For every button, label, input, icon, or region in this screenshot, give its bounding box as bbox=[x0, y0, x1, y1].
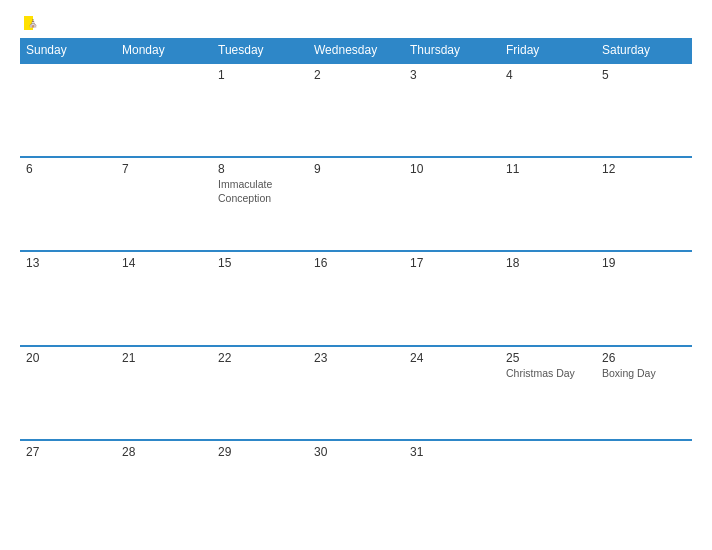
day-number: 11 bbox=[506, 162, 590, 176]
day-number: 10 bbox=[410, 162, 494, 176]
calendar-week-row: 13141516171819 bbox=[20, 251, 692, 345]
day-number: 4 bbox=[506, 68, 590, 82]
calendar-week-row: 2728293031 bbox=[20, 440, 692, 534]
day-of-week-header: Monday bbox=[116, 38, 212, 63]
day-number: 29 bbox=[218, 445, 302, 459]
calendar-cell: 5 bbox=[596, 63, 692, 157]
calendar-cell: 26Boxing Day bbox=[596, 346, 692, 440]
day-number: 23 bbox=[314, 351, 398, 365]
calendar-cell bbox=[20, 63, 116, 157]
calendar-header-row: SundayMondayTuesdayWednesdayThursdayFrid… bbox=[20, 38, 692, 63]
calendar-cell: 1 bbox=[212, 63, 308, 157]
calendar-cell: 6 bbox=[20, 157, 116, 251]
calendar-cell: 25Christmas Day bbox=[500, 346, 596, 440]
day-number: 21 bbox=[122, 351, 206, 365]
day-of-week-header: Friday bbox=[500, 38, 596, 63]
day-number: 3 bbox=[410, 68, 494, 82]
day-of-week-header: Sunday bbox=[20, 38, 116, 63]
day-of-week-header: Wednesday bbox=[308, 38, 404, 63]
calendar-cell: 21 bbox=[116, 346, 212, 440]
calendar-cell: 8Immaculate Conception bbox=[212, 157, 308, 251]
calendar-cell: 14 bbox=[116, 251, 212, 345]
calendar-cell: 15 bbox=[212, 251, 308, 345]
day-number: 20 bbox=[26, 351, 110, 365]
calendar-cell: 17 bbox=[404, 251, 500, 345]
day-number: 19 bbox=[602, 256, 686, 270]
day-number: 17 bbox=[410, 256, 494, 270]
calendar-cell bbox=[116, 63, 212, 157]
day-of-week-header: Thursday bbox=[404, 38, 500, 63]
calendar-cell bbox=[500, 440, 596, 534]
day-number: 9 bbox=[314, 162, 398, 176]
logo: ⛪ bbox=[20, 16, 42, 30]
calendar-cell: 9 bbox=[308, 157, 404, 251]
holiday-name: Immaculate Conception bbox=[218, 178, 302, 205]
calendar-cell: 13 bbox=[20, 251, 116, 345]
day-number: 13 bbox=[26, 256, 110, 270]
day-number: 7 bbox=[122, 162, 206, 176]
day-number: 22 bbox=[218, 351, 302, 365]
calendar-week-row: 678Immaculate Conception9101112 bbox=[20, 157, 692, 251]
calendar-cell: 16 bbox=[308, 251, 404, 345]
calendar-cell: 12 bbox=[596, 157, 692, 251]
calendar-cell: 20 bbox=[20, 346, 116, 440]
day-number: 8 bbox=[218, 162, 302, 176]
calendar-cell: 23 bbox=[308, 346, 404, 440]
calendar-table: SundayMondayTuesdayWednesdayThursdayFrid… bbox=[20, 38, 692, 534]
day-number: 30 bbox=[314, 445, 398, 459]
day-number: 2 bbox=[314, 68, 398, 82]
calendar-cell: 22 bbox=[212, 346, 308, 440]
day-number: 25 bbox=[506, 351, 590, 365]
day-number: 12 bbox=[602, 162, 686, 176]
logo-flag-icon: ⛪ bbox=[24, 16, 42, 30]
day-number: 6 bbox=[26, 162, 110, 176]
calendar-cell: 4 bbox=[500, 63, 596, 157]
svg-text:⛪: ⛪ bbox=[28, 18, 38, 28]
calendar-cell: 19 bbox=[596, 251, 692, 345]
day-of-week-header: Saturday bbox=[596, 38, 692, 63]
calendar-cell: 31 bbox=[404, 440, 500, 534]
calendar-cell: 7 bbox=[116, 157, 212, 251]
calendar-cell: 30 bbox=[308, 440, 404, 534]
calendar-cell bbox=[596, 440, 692, 534]
day-number: 31 bbox=[410, 445, 494, 459]
calendar-cell: 27 bbox=[20, 440, 116, 534]
day-number: 15 bbox=[218, 256, 302, 270]
calendar-cell: 11 bbox=[500, 157, 596, 251]
day-number: 27 bbox=[26, 445, 110, 459]
calendar-cell: 18 bbox=[500, 251, 596, 345]
day-number: 5 bbox=[602, 68, 686, 82]
day-number: 1 bbox=[218, 68, 302, 82]
calendar-cell: 29 bbox=[212, 440, 308, 534]
day-number: 28 bbox=[122, 445, 206, 459]
day-number: 18 bbox=[506, 256, 590, 270]
calendar-cell: 2 bbox=[308, 63, 404, 157]
day-of-week-header: Tuesday bbox=[212, 38, 308, 63]
calendar-cell: 28 bbox=[116, 440, 212, 534]
page-header: ⛪ bbox=[20, 16, 692, 30]
day-number: 24 bbox=[410, 351, 494, 365]
day-number: 16 bbox=[314, 256, 398, 270]
calendar-cell: 24 bbox=[404, 346, 500, 440]
calendar-cell: 3 bbox=[404, 63, 500, 157]
day-number: 26 bbox=[602, 351, 686, 365]
calendar-week-row: 12345 bbox=[20, 63, 692, 157]
day-number: 14 bbox=[122, 256, 206, 270]
calendar-cell: 10 bbox=[404, 157, 500, 251]
calendar-week-row: 202122232425Christmas Day26Boxing Day bbox=[20, 346, 692, 440]
holiday-name: Boxing Day bbox=[602, 367, 686, 381]
holiday-name: Christmas Day bbox=[506, 367, 590, 381]
